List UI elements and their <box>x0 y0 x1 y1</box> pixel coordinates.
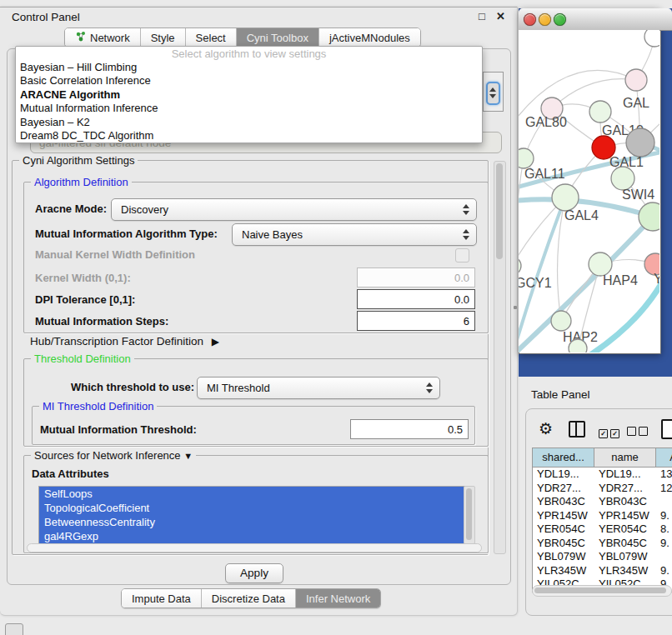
algorithm-option-basic-correlation-inference[interactable]: Basic Correlation Inference <box>16 74 482 88</box>
tab-style[interactable]: Style <box>140 28 185 47</box>
control-panel-title: Control Panel <box>12 11 80 23</box>
export-table-icon[interactable] <box>661 419 672 439</box>
deselect-all-columns-icon[interactable] <box>627 424 648 439</box>
algorithm-option-mutual-information-inference[interactable]: Mutual Information Inference <box>16 102 482 115</box>
column-header-shared[interactable]: shared... <box>533 448 594 467</box>
table-row[interactable]: YBL079WYBL079W <box>533 550 672 564</box>
attributes-horizontal-scrollbar[interactable] <box>27 543 482 552</box>
aracne-mode-combobox[interactable]: Discovery <box>111 198 477 221</box>
network-node-hap4[interactable] <box>589 252 612 276</box>
node-label-y: Y <box>654 272 659 286</box>
network-node[interactable] <box>626 128 654 157</box>
network-window-titlebar[interactable] <box>519 8 672 31</box>
tab-jactivemnodules[interactable]: jActiveMNodules <box>318 28 420 47</box>
data-attribute-item-betweennesscentrality[interactable]: BetweennessCentrality <box>39 515 464 529</box>
tab-discretize-data[interactable]: Discretize Data <box>201 589 295 608</box>
table-cell: YBR043C <box>594 495 656 509</box>
network-node-gal1[interactable] <box>611 167 634 190</box>
node-label-gal11: GAL11 <box>524 167 565 181</box>
select-all-columns-icon[interactable]: ✓✓ <box>599 424 619 439</box>
table-row[interactable]: YER054CYER054C8. <box>533 522 672 537</box>
network-icon <box>75 31 86 44</box>
which-threshold-combobox[interactable]: MI Threshold <box>197 377 440 399</box>
split-pane-handle[interactable] <box>514 306 517 309</box>
combobox-stepper-icon <box>463 203 471 216</box>
table-row[interactable]: YDL19...YDL19...13... <box>533 468 672 482</box>
algorithm-option-dream8-dc-tdc-algorithm[interactable]: Dream8 DC_TDC Algorithm <box>16 129 482 142</box>
scrollbar-thumb[interactable] <box>534 588 666 593</box>
table-cell: YDR27... <box>533 482 594 496</box>
data-attributes-list[interactable]: SelfLoopsTopologicalCoefficientBetweenne… <box>38 486 465 544</box>
network-node[interactable] <box>644 30 659 47</box>
dpi-tolerance-field[interactable]: 0.0 <box>357 289 475 309</box>
network-view-window: GALGAL80GAL10GAL1GAL11SWI4GAL4GCY1HAP4YH… <box>519 8 661 354</box>
bottom-left-grip[interactable] <box>5 623 23 635</box>
hub-definition-toggle[interactable]: Hub/Transcription Factor Definition ▶ <box>30 335 219 348</box>
manual-kernel-label: Manual Kernel Width Definition <box>35 248 195 262</box>
tab-cyni-toolbox[interactable]: Cyni Toolbox <box>236 28 318 47</box>
table-cell: YER054C <box>533 522 594 537</box>
table-row[interactable]: YBR043CYBR043C <box>533 495 672 509</box>
close-window-icon[interactable]: ✕ <box>496 10 505 22</box>
tab-impute-data[interactable]: Impute Data <box>122 589 201 608</box>
attributes-vertical-scrollbar[interactable] <box>464 486 475 544</box>
node-label-swi4: SWI4 <box>622 188 654 202</box>
network-node-gcy1[interactable] <box>519 257 521 275</box>
algorithm-option-bayesian-k2[interactable]: Bayesian – K2 <box>16 116 482 129</box>
tab-infer-network[interactable]: Infer Network <box>295 589 380 608</box>
node-label-gcy1: GCY1 <box>519 276 552 290</box>
network-node[interactable] <box>569 339 587 352</box>
expand-arrow-icon[interactable]: ▶ <box>212 336 219 348</box>
column-header-name[interactable]: name <box>594 448 656 467</box>
tab-network[interactable]: Network <box>65 28 140 47</box>
scrollbar-thumb[interactable] <box>466 488 472 540</box>
manual-kernel-checkbox[interactable] <box>455 248 469 262</box>
network-node-gal4[interactable] <box>552 184 579 211</box>
algorithm-option-aracne-algorithm[interactable]: ARACNE Algorithm <box>16 88 482 102</box>
mi-steps-field[interactable]: 6 <box>357 311 475 331</box>
tab-infer-network-label: Infer Network <box>306 592 370 605</box>
node-table: shared...nameA YDL19...YDL19...13...YDR2… <box>532 448 672 592</box>
column-header-a[interactable]: A <box>656 448 672 467</box>
mi-type-label: Mutual Information Algorithm Type: <box>35 224 218 244</box>
table-cell: YDL19... <box>594 468 656 482</box>
data-attribute-item-topologicalcoefficient[interactable]: TopologicalCoefficient <box>39 501 464 515</box>
float-window-icon[interactable]: □ <box>479 10 485 22</box>
table-row[interactable]: YDR27...YDR27...12... <box>533 482 672 496</box>
table-cell: YLR345W <box>533 564 594 578</box>
aracne-mode-value: Discovery <box>121 199 168 220</box>
network-canvas[interactable]: GALGAL80GAL10GAL1GAL11SWI4GAL4GCY1HAP4YH… <box>519 30 659 352</box>
minimize-traffic-light[interactable] <box>539 13 551 26</box>
kernel-width-field[interactable]: 0.0 <box>357 268 475 288</box>
sources-group-title[interactable]: Sources for Network Inference ▼ <box>31 449 196 462</box>
network-node-gal[interactable] <box>625 69 647 91</box>
table-row[interactable]: YLR345WYLR345W9. <box>533 564 672 578</box>
tab-select[interactable]: Select <box>185 28 236 47</box>
apply-button[interactable]: Apply <box>225 563 283 583</box>
network-node-gal11[interactable] <box>519 148 534 168</box>
algorithm-option-bayesian-hill-climbing[interactable]: Bayesian – Hill Climbing <box>16 61 482 74</box>
tab-network-label: Network <box>90 32 130 44</box>
cyni-bottom-tabbar: Impute DataDiscretize DataInfer Network <box>121 588 381 608</box>
scrollbar-thumb[interactable] <box>496 163 503 259</box>
table-row[interactable]: YPR145WYPR145W9. <box>533 509 672 523</box>
network-edge <box>519 158 524 266</box>
collapse-arrow-icon[interactable]: ▼ <box>183 451 193 461</box>
data-attribute-item-selfloops[interactable]: SelfLoops <box>39 487 464 501</box>
combobox-stepper-focused[interactable] <box>486 82 500 105</box>
column-layout-icon[interactable] <box>569 421 585 438</box>
combobox-stepper-icon <box>463 228 471 241</box>
network-node-hap2[interactable] <box>551 311 571 331</box>
table-settings-gear-icon[interactable]: ⚙ <box>539 419 553 438</box>
zoom-traffic-light[interactable] <box>554 13 566 26</box>
network-node-gal10[interactable] <box>589 101 611 122</box>
inference-algorithm-combobox-fragment[interactable] <box>483 72 504 112</box>
table-row[interactable]: YBR045CYBR045C9. <box>533 537 672 551</box>
data-attribute-item-gal4rgexp[interactable]: gal4RGexp <box>39 529 464 543</box>
table-horizontal-scrollbar[interactable] <box>532 585 672 597</box>
table-cell: 9. <box>656 564 672 578</box>
settings-vertical-scrollbar[interactable] <box>494 161 506 554</box>
close-traffic-light[interactable] <box>524 13 536 26</box>
mi-type-combobox[interactable]: Naive Bayes <box>232 223 477 246</box>
mi-threshold-field[interactable]: 0.5 <box>350 419 469 439</box>
